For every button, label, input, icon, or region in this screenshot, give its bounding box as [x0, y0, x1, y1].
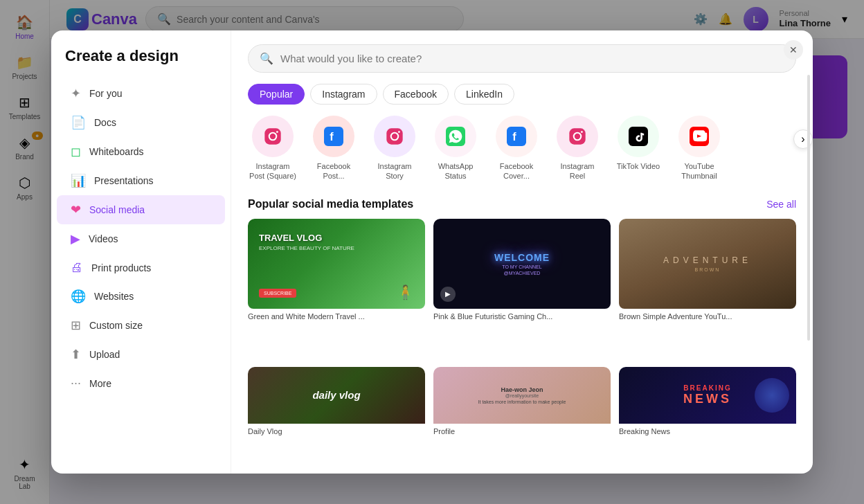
modal-overlay: ✕ Create a design ✦ For you 📄 Docs ◻ Whi…: [0, 0, 864, 504]
instagram-reel-label: Instagram Reel: [552, 161, 602, 181]
modal-title: Create a design: [51, 47, 231, 79]
svg-rect-5: [386, 128, 402, 144]
whatsapp-icon-circle: [435, 116, 476, 157]
svg-point-7: [398, 131, 400, 133]
presentations-icon: 📊: [71, 173, 86, 188]
news-word: NEWS: [683, 392, 732, 406]
profile-tag: @reallyyoursite: [478, 393, 566, 398]
svg-text:f: f: [330, 130, 334, 143]
modal-nav-videos[interactable]: ▶ Videos: [57, 224, 225, 253]
template-news[interactable]: BREAKING NEWS Breaking News: [619, 367, 796, 474]
modal-search-wrap[interactable]: 🔍: [248, 44, 796, 73]
adventure-content: ADVENTURE BROWN: [663, 255, 752, 272]
icon-grid-whatsapp[interactable]: WhatsApp Status: [431, 116, 480, 181]
svg-rect-11: [569, 128, 585, 144]
template-travel-vlog[interactable]: TRAVEL VLOG EXPLORE THE BEAUTY OF NATURE…: [248, 219, 425, 359]
icon-grid-tiktok[interactable]: TikTok Video: [613, 116, 663, 171]
tiktok-label: TikTok Video: [617, 161, 660, 171]
presentations-label: Presentations: [94, 175, 154, 186]
filter-tab-linkedin[interactable]: LinkedIn: [454, 84, 514, 105]
create-design-modal: ✕ Create a design ✦ For you 📄 Docs ◻ Whi…: [51, 30, 813, 474]
vlog-label: Daily Vlog: [248, 427, 425, 435]
template-travel-img: TRAVEL VLOG EXPLORE THE BEAUTY OF NATURE…: [248, 219, 425, 309]
modal-nav-docs[interactable]: 📄 Docs: [57, 108, 225, 137]
template-news-img: BREAKING NEWS: [619, 367, 796, 424]
modal-nav-upload[interactable]: ⬆ Upload: [57, 340, 225, 369]
close-icon: ✕: [789, 44, 798, 55]
template-daily-vlog[interactable]: daily vlog Daily Vlog: [248, 367, 425, 474]
section-header: Popular social media templates See all: [231, 187, 813, 219]
modal-nav-social-media[interactable]: ❤ Social media: [57, 195, 225, 224]
instagram-post-label: Instagram Post (Square): [248, 161, 298, 181]
travel-label: Green and White Modern Travel ...: [248, 312, 425, 321]
facebook-post-icon-circle: f: [313, 116, 354, 157]
template-profile[interactable]: Hae-won Jeon @reallyyoursite It takes mo…: [433, 367, 611, 474]
docs-label: Docs: [94, 117, 116, 128]
instagram-post-icon-circle: [252, 116, 294, 157]
tiktok-icon-circle: [618, 116, 659, 157]
modal-search-input[interactable]: [280, 53, 784, 64]
gaming-subtitle: TO MY CHANNEL: [494, 264, 550, 269]
svg-rect-3: [324, 127, 343, 146]
more-label: More: [89, 378, 111, 389]
icon-grid-facebook-post[interactable]: f Facebook Post...: [309, 116, 359, 181]
print-label: Print products: [91, 262, 151, 273]
icon-grid-instagram-reel[interactable]: Instagram Reel: [552, 116, 602, 181]
section-title: Popular social media templates: [248, 198, 413, 210]
gaming-label: Pink & Blue Futuristic Gaming Ch...: [433, 312, 611, 321]
icon-grid-youtube[interactable]: YouTube Thumbnail: [674, 116, 724, 181]
modal-nav-for-you[interactable]: ✦ For you: [57, 79, 225, 108]
modal-nav-whiteboards[interactable]: ◻ Whiteboards: [57, 137, 225, 166]
instagram-reel-icon-circle: [557, 116, 598, 157]
whiteboards-icon: ◻: [71, 144, 81, 159]
see-all-link[interactable]: See all: [766, 199, 796, 210]
profile-name: Hae-won Jeon: [478, 386, 566, 393]
for-you-label: For you: [89, 88, 122, 99]
gaming-title: WELCOME: [494, 252, 550, 263]
social-media-icon: ❤: [71, 202, 81, 217]
custom-size-icon: ⊞: [71, 318, 81, 333]
instagram-story-label: Instagram Story: [370, 161, 420, 181]
icon-grid: Instagram Post (Square) f Facebook Post.…: [248, 116, 796, 187]
instagram-story-icon-circle: [374, 116, 415, 157]
modal-nav-print[interactable]: 🖨 Print products: [57, 253, 225, 282]
profile-msg: It takes more information to make people: [478, 399, 566, 404]
template-adventure[interactable]: ADVENTURE BROWN Brown Simple Adventure Y…: [619, 219, 796, 359]
custom-size-label: Custom size: [89, 320, 143, 331]
upload-icon: ⬆: [71, 347, 81, 362]
template-vlog-img: daily vlog: [248, 367, 425, 424]
facebook-cover-icon-circle: f: [496, 116, 537, 157]
adventure-title: ADVENTURE: [663, 255, 752, 265]
for-you-icon: ✦: [71, 86, 81, 101]
youtube-icon-circle: [678, 116, 720, 157]
facebook-cover-label: Facebook Cover...: [492, 161, 541, 181]
adventure-subtitle: BROWN: [663, 267, 752, 272]
videos-icon: ▶: [71, 231, 80, 246]
filter-tab-instagram[interactable]: Instagram: [310, 84, 377, 105]
modal-nav-websites[interactable]: 🌐 Websites: [57, 282, 225, 311]
icon-grid-facebook-cover[interactable]: f Facebook Cover...: [492, 116, 541, 181]
docs-icon: 📄: [71, 115, 86, 130]
filter-tabs: Popular Instagram Facebook LinkedIn: [231, 84, 813, 116]
template-profile-img: Hae-won Jeon @reallyyoursite It takes mo…: [433, 367, 611, 424]
print-icon: 🖨: [71, 260, 83, 275]
news-breaking: BREAKING: [683, 384, 731, 392]
modal-search-bar: 🔍: [231, 30, 813, 84]
modal-close-button[interactable]: ✕: [784, 40, 803, 60]
template-grid: TRAVEL VLOG EXPLORE THE BEAUTY OF NATURE…: [231, 219, 813, 474]
upload-label: Upload: [89, 349, 120, 360]
icon-grid-instagram-story[interactable]: Instagram Story: [370, 116, 420, 181]
chevron-right-icon: ›: [801, 133, 804, 145]
adventure-label: Brown Simple Adventure YouTu...: [619, 312, 796, 321]
travel-subtitle: EXPLORE THE BEAUTY OF NATURE: [259, 245, 354, 251]
modal-nav-more[interactable]: ··· More: [57, 369, 225, 397]
svg-point-13: [581, 131, 583, 133]
template-gaming[interactable]: WELCOME TO MY CHANNEL @MYACHIEVED ▶ Pink…: [433, 219, 611, 359]
svg-point-2: [276, 131, 278, 133]
icon-grid-instagram-post[interactable]: Instagram Post (Square): [248, 116, 298, 181]
gaming-content: WELCOME TO MY CHANNEL @MYACHIEVED: [494, 252, 550, 276]
modal-nav-custom-size[interactable]: ⊞ Custom size: [57, 311, 225, 340]
filter-tab-facebook[interactable]: Facebook: [383, 84, 449, 105]
filter-tab-popular[interactable]: Popular: [248, 84, 305, 105]
modal-nav-presentations[interactable]: 📊 Presentations: [57, 166, 225, 195]
